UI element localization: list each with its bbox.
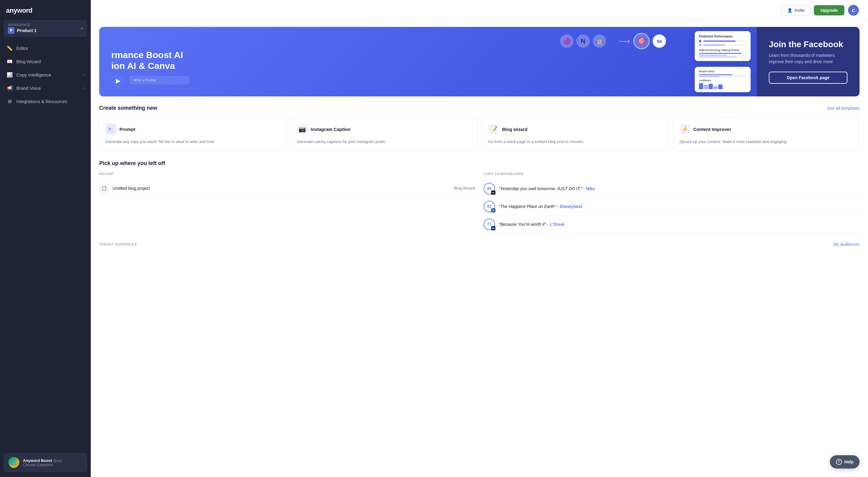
workspace-selector[interactable]: Workspace P Product 1 ▾ — [4, 20, 87, 37]
template-grid: >_ Prompt Generate any copy you want! Te… — [99, 117, 860, 152]
hero-title-line1: rmance Boost AI ion AI & Canva — [111, 50, 226, 71]
template-desc-prompt: Generate any copy you want! Tell the AI … — [105, 139, 279, 145]
template-desc-instagram: Generate catchy captions for your Instag… — [297, 139, 471, 145]
editor-icon: ✏️ — [7, 45, 13, 51]
chrome-icon: 🌐 — [8, 457, 19, 468]
template-desc-content-improver: Spruce up your content. Make it more rea… — [680, 139, 854, 145]
my-audiences-link[interactable]: My audiences — [834, 242, 860, 247]
help-icon: ? — [836, 459, 842, 465]
brand-voice-icon: 📢 — [7, 85, 13, 91]
sidebar-item-label-integrations: Integrations & Resources — [16, 99, 67, 104]
target-icon: 🎯 — [633, 33, 650, 49]
notion-icon: N — [577, 34, 590, 48]
create-section: Create something new See all templates >… — [91, 96, 868, 160]
sidebar-item-blog-wizard[interactable]: 📖 Blog Wizard — [2, 55, 88, 68]
sidebar: anyword Workspace P Product 1 ▾ ✏️ Edito… — [0, 0, 91, 477]
sidebar-item-label-blog: Blog Wizard — [16, 59, 41, 64]
sidebar-bottom: 🌐 Anyword Boost (Beta) Chrome Extension — [0, 449, 91, 476]
hero-app-icons: 🟣 N 🤖 ⟶ 🎯 94 — [560, 33, 666, 49]
template-name-content-improver: Content Improver — [693, 127, 731, 132]
main-content: 👤 Invite Upgrade C 🟣 N 🤖 ⟶ 🎯 94 Predicti… — [91, 0, 868, 477]
topbar: 👤 Invite Upgrade C — [91, 0, 868, 21]
hero-cta-btn[interactable]: ▶ — [111, 74, 125, 87]
pickup-section: Pick up where you left off RECENT 📋 Unti… — [91, 160, 868, 242]
nav-list: ✏️ Editor 📖 Blog Wizard 📊 Copy Intellige… — [0, 42, 91, 449]
score-circle-disney: 82 A — [484, 201, 495, 212]
score-circle-loreal: 77 in — [484, 219, 495, 230]
invite-button[interactable]: 👤 Invite — [781, 5, 810, 15]
hero-prompt-box: Write a Prompt — [129, 76, 190, 84]
hero-arrow: ⟶ — [618, 36, 630, 46]
create-section-title: Create something new — [99, 105, 157, 111]
slack-icon: 🟣 — [560, 34, 574, 48]
invite-icon: 👤 — [787, 8, 793, 13]
template-card-content-improver[interactable]: ⚡ Content Improver Spruce up your conten… — [673, 117, 860, 152]
user-avatar[interactable]: C — [848, 5, 859, 16]
leaderboard-text-disney: "The Happiest Place on Earth" - Disneyla… — [499, 204, 582, 209]
pickup-grid: RECENT 📋 Untitled blog project Blog Wiza… — [99, 172, 860, 233]
sidebar-item-editor[interactable]: ✏️ Editor — [2, 42, 88, 55]
leaderboard-item-nike: 85 N "Yesterday you said tomorrow. JUST … — [484, 180, 860, 198]
help-button[interactable]: ? Help — [830, 455, 860, 469]
copy-intelligence-icon: 📊 — [7, 72, 13, 78]
prompt-icon: >_ — [105, 124, 117, 134]
platform-icon-disney: A — [491, 208, 495, 213]
sidebar-item-label-copy: Copy Intelligence — [16, 72, 51, 77]
recent-item-name: Untitled blog project — [113, 186, 450, 191]
recent-label: RECENT — [99, 172, 475, 176]
chevron-right-icon: › — [83, 72, 84, 77]
chevron-down-icon: ▾ — [81, 26, 83, 31]
template-desc-blog: Go from a blank page to a brilliant blog… — [488, 139, 662, 145]
workspace-name: Product 1 — [17, 28, 37, 33]
logo: anyword — [0, 0, 91, 20]
hero-left: 🟣 N 🤖 ⟶ 🎯 94 Predictive Performance Hig — [99, 27, 757, 96]
template-card-blog[interactable]: 📝 Blog wizard Go from a blank page to a … — [482, 117, 669, 152]
blog-icon: 📝 — [488, 124, 499, 134]
chevron-right-icon-2: › — [83, 86, 84, 90]
recent-item-type: Blog Wizard — [454, 186, 475, 190]
hero-banner: 🟣 N 🤖 ⟶ 🎯 94 Predictive Performance Hig — [99, 27, 860, 96]
sidebar-item-integrations[interactable]: ⊞ Integrations & Resources — [2, 95, 88, 107]
logo-text: anyword — [6, 7, 32, 14]
upgrade-button[interactable]: Upgrade — [814, 5, 844, 15]
recent-item-icon: 📋 — [99, 184, 109, 193]
leaderboard-label: COPY LEADERBOARD — [484, 172, 860, 176]
hero-right: Join the Facebook Learn from thousands o… — [757, 27, 860, 96]
recent-item[interactable]: 📋 Untitled blog project Blog Wizard — [99, 180, 475, 197]
template-card-prompt[interactable]: >_ Prompt Generate any copy you want! Te… — [99, 117, 286, 152]
leaderboard-text-nike: "Yesterday you said tomorrow. JUST DO IT… — [499, 186, 595, 191]
template-card-instagram[interactable]: 📷 Instagram Caption Generate catchy capt… — [291, 117, 477, 152]
sidebar-item-brand-voice[interactable]: 📢 Brand Voice › — [2, 82, 88, 94]
create-section-header: Create something new See all templates — [99, 105, 860, 111]
boost-subtitle: Chrome Extension — [23, 463, 62, 467]
ta-title: TARGET AUDIENCES — [99, 243, 137, 246]
hero-right-subtitle: Learn from thousands of marketers improv… — [769, 52, 847, 65]
platform-icon-nike: N — [491, 190, 495, 195]
boost-title: Anyword Boost (Beta) — [23, 458, 62, 463]
instagram-icon: 📷 — [297, 124, 308, 134]
platform-icon-loreal: in — [491, 226, 495, 230]
sidebar-item-label-editor: Editor — [16, 45, 28, 51]
sidebar-item-copy-intelligence[interactable]: 📊 Copy Intelligence › — [2, 68, 88, 81]
help-label: Help — [844, 459, 854, 464]
hero-right-title: Join the Facebook — [769, 40, 847, 49]
facebook-page-button[interactable]: Open Facebook page — [769, 72, 847, 84]
score-circle-nike: 85 N — [484, 183, 495, 194]
recent-col: RECENT 📋 Untitled blog project Blog Wiza… — [99, 172, 475, 233]
integrations-icon: ⊞ — [7, 98, 13, 104]
template-name-instagram: Instagram Caption — [311, 127, 351, 132]
see-all-templates-link[interactable]: See all templates — [827, 106, 860, 110]
hero-bottom-card: Brand Voice Audience — [695, 67, 751, 92]
template-name-prompt: Prompt — [120, 127, 135, 132]
workspace-avatar: P — [8, 27, 14, 34]
boost-card[interactable]: 🌐 Anyword Boost (Beta) Chrome Extension — [4, 453, 87, 472]
sidebar-item-label-brand: Brand Voice — [16, 86, 41, 91]
workspace-label: Workspace — [8, 23, 37, 27]
template-name-blog: Blog wizard — [502, 127, 527, 132]
hero-card: Predictive Performance High-Performing T… — [695, 31, 751, 61]
leaderboard-col: COPY LEADERBOARD 85 N "Yesterday you sai… — [484, 172, 860, 233]
blog-wizard-icon: 📖 — [7, 58, 13, 64]
target-audiences-section: TARGET AUDIENCES My audiences — [91, 242, 868, 269]
leaderboard-text-loreal: "Because You're worth it" - L'Oreal — [499, 222, 564, 227]
content-improver-icon: ⚡ — [680, 124, 690, 134]
